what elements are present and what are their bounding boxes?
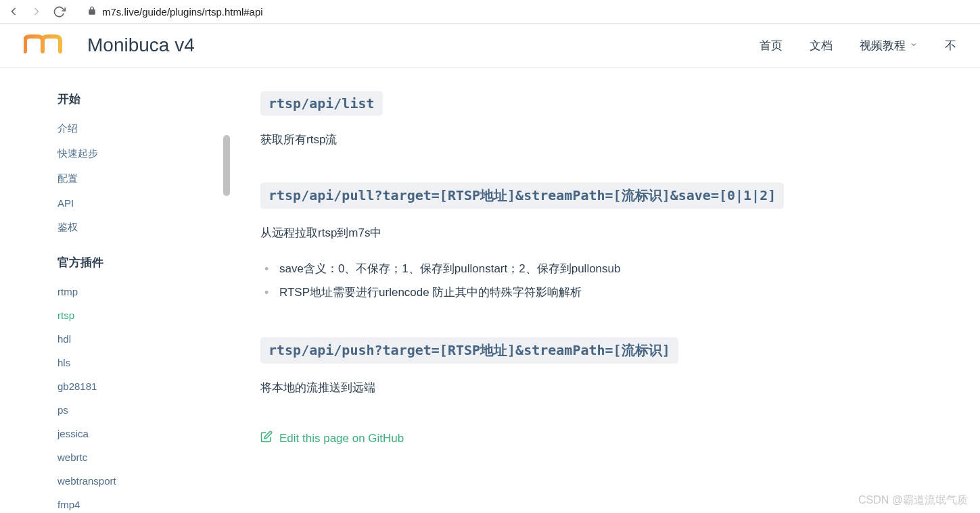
back-icon[interactable] <box>7 5 20 18</box>
browser-bar: m7s.live/guide/plugins/rtsp.html#api <box>0 0 980 24</box>
sidebar-item-quickstart[interactable]: 快速起步 <box>57 141 230 166</box>
sidebar-item-rtsp[interactable]: rtsp <box>57 303 230 327</box>
nav-more[interactable]: 不 <box>945 38 956 53</box>
site-header: Monibuca v4 首页 文档 视频教程 不 <box>0 24 980 68</box>
sidebar-item-webrtc[interactable]: webrtc <box>57 445 230 469</box>
sidebar-item-webtransport[interactable]: webtransport <box>57 469 230 493</box>
sidebar-item-intro[interactable]: 介绍 <box>57 116 230 141</box>
sidebar-item-api[interactable]: API <box>57 191 230 215</box>
api-desc-list: 获取所有rtsp流 <box>260 130 876 150</box>
list-item: RTSP地址需要进行urlencode 防止其中的特殊字符影响解析 <box>260 280 876 305</box>
sidebar-section-plugins: 官方插件 <box>57 255 230 270</box>
brand[interactable]: Monibuca v4 <box>24 34 195 57</box>
edit-icon <box>260 431 273 446</box>
nav-docs[interactable]: 文档 <box>810 38 833 53</box>
lock-icon <box>87 6 97 18</box>
sidebar: 开始 介绍 快速起步 配置 API 鉴权 官方插件 rtmp rtsp hdl … <box>0 68 230 513</box>
list-item: save含义：0、不保存；1、保存到pullonstart；2、保存到pullo… <box>260 257 876 281</box>
sidebar-item-hdl[interactable]: hdl <box>57 327 230 351</box>
header-nav: 首页 文档 视频教程 不 <box>760 38 956 53</box>
api-heading-push: rtsp/api/push?target=[RTSP地址]&streamPath… <box>260 337 678 364</box>
chevron-down-icon <box>910 39 918 52</box>
sidebar-item-ps[interactable]: ps <box>57 398 230 422</box>
logo-icon <box>24 34 78 57</box>
sidebar-item-fmp4[interactable]: fmp4 <box>57 493 230 513</box>
sidebar-item-auth[interactable]: 鉴权 <box>57 215 230 240</box>
main-content: rtsp/api/list 获取所有rtsp流 rtsp/api/pull?ta… <box>230 68 906 513</box>
api-heading-pull: rtsp/api/pull?target=[RTSP地址]&streamPath… <box>260 182 784 209</box>
sidebar-item-config[interactable]: 配置 <box>57 166 230 191</box>
reload-icon[interactable] <box>53 5 66 18</box>
sidebar-item-rtmp[interactable]: rtmp <box>57 280 230 303</box>
sidebar-item-gb28181[interactable]: gb28181 <box>57 374 230 398</box>
api-heading-list: rtsp/api/list <box>260 91 383 116</box>
sidebar-scrollbar[interactable] <box>223 135 230 196</box>
url-bar[interactable]: m7s.live/guide/plugins/rtsp.html#api <box>87 6 263 18</box>
forward-icon[interactable] <box>30 5 43 18</box>
edit-on-github-link[interactable]: Edit this page on GitHub <box>260 431 876 446</box>
url-text: m7s.live/guide/plugins/rtsp.html#api <box>102 6 263 18</box>
brand-title: Monibuca v4 <box>87 34 195 56</box>
layout: 开始 介绍 快速起步 配置 API 鉴权 官方插件 rtmp rtsp hdl … <box>0 68 980 513</box>
api-desc-push: 将本地的流推送到远端 <box>260 378 876 398</box>
nav-video-tutorial[interactable]: 视频教程 <box>860 38 918 53</box>
sidebar-section-start: 开始 <box>57 91 230 107</box>
sidebar-item-hls[interactable]: hls <box>57 351 230 374</box>
nav-home[interactable]: 首页 <box>760 38 783 53</box>
api-desc-pull: 从远程拉取rtsp到m7s中 <box>260 224 876 243</box>
api-pull-notes: save含义：0、不保存；1、保存到pullonstart；2、保存到pullo… <box>260 257 876 305</box>
sidebar-item-jessica[interactable]: jessica <box>57 422 230 445</box>
edit-link-label: Edit this page on GitHub <box>279 432 404 445</box>
